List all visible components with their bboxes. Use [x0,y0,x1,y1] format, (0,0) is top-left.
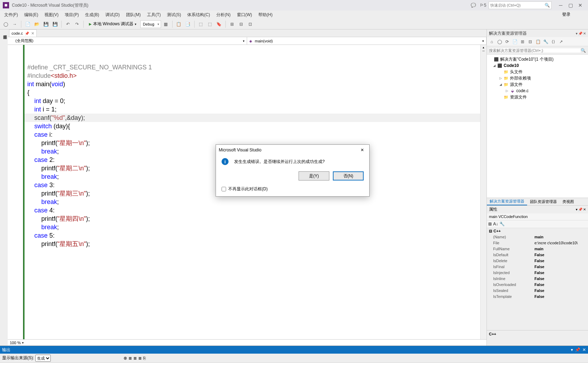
property-row[interactable]: IsTemplateFalse [487,294,588,300]
property-row[interactable]: IsFinalFalse [487,264,588,270]
properties-icon[interactable]: 🔧 [542,38,549,45]
menu-view[interactable]: 视图(V) [42,11,61,19]
menu-analyze[interactable]: 分析(N) [214,11,233,19]
tb-icon[interactable]: ↗ [558,38,565,45]
dialog-close-button[interactable]: ✕ [358,146,366,154]
output-icon[interactable]: ≣ [128,356,132,361]
back-icon[interactable]: ◯ [496,38,503,45]
output-text[interactable]: 1>―――― 已启动生成: 项目: Code10, 配置: Debug Win3… [0,363,588,368]
login-link[interactable]: 登录 [562,12,570,18]
config-combo[interactable]: Debug [140,20,161,28]
tb-icon[interactable]: 📄 [511,38,518,45]
output-icon[interactable]: ≣ [133,356,137,361]
menu-test[interactable]: 测试(S) [164,11,184,19]
properties-object[interactable]: main VCCodeFunction [487,213,588,220]
output-icon[interactable]: ⎘ [143,356,146,361]
property-row[interactable]: IsOverloadedFalse [487,282,588,288]
properties-grid[interactable]: ⊟C++ (Name)mainFilee:\ncre c\code10\code… [487,228,588,330]
feedback-icon[interactable]: 💬 [469,1,477,9]
pin-icon[interactable]: 📌 [25,32,29,35]
solution-node[interactable]: ⬛解决方案"Code10"(1 个项目) [488,56,587,62]
vertical-scrollbar[interactable]: ▴─ [480,45,486,339]
output-icon[interactable]: ⊗ [124,356,127,361]
server-explorer-tab[interactable]: 服务器资源管理器 [2,32,8,346]
tb-icon-4[interactable]: ⬚ [197,20,205,28]
menu-help[interactable]: 帮助(H) [255,11,275,19]
sources-node[interactable]: ◢📁源文件 [488,81,587,88]
tb-icon-2[interactable]: 📋 [175,20,183,28]
tb-icon[interactable]: ⊟ [527,38,534,45]
property-row[interactable]: IsDeleteFalse [487,258,588,264]
close-icon[interactable]: ✕ [582,347,586,352]
function-combo[interactable]: ◈main(void) [247,37,486,45]
new-project-icon[interactable]: 📄 [23,20,32,28]
tab-team-explorer[interactable]: 团队资源管理器 [527,198,560,205]
notifications-icon[interactable]: 🏳 5 [479,1,487,9]
quick-launch-input[interactable] [490,3,545,7]
menu-project[interactable]: 项目(P) [62,11,82,19]
output-icon[interactable]: ≣ [138,356,142,361]
undo-icon[interactable]: ↶ [64,20,72,28]
pin-icon[interactable]: 📌 [575,347,580,352]
sync-icon[interactable]: ⟳ [504,38,511,45]
no-button[interactable]: 否(N) [333,171,364,180]
external-node[interactable]: ▷📁外部依赖项 [488,75,587,81]
dont-show-checkbox[interactable] [222,187,226,191]
save-icon[interactable]: 💾 [42,20,50,28]
property-row[interactable]: IsInjectedFalse [487,270,588,276]
menu-tools[interactable]: 工具(T) [144,11,163,19]
tb-icon[interactable]: 📋 [534,38,541,45]
categorize-icon[interactable]: ⊞ [488,222,492,226]
tb-icon-8[interactable]: ⊡ [246,20,254,28]
document-tab[interactable]: code.c 📌 ✕ [9,29,37,37]
open-icon[interactable]: 📂 [33,20,41,28]
tb-icon-7[interactable]: ⊟ [237,20,245,28]
minimize-button[interactable]: ─ [556,1,566,9]
close-tab-icon[interactable]: ✕ [31,31,34,36]
menu-file[interactable]: 文件(F) [1,11,21,19]
tb-icon-5[interactable]: ⬚ [206,20,214,28]
menu-build[interactable]: 生成(B) [82,11,102,19]
dropdown-icon[interactable]: ▾ [576,32,578,35]
bookmark-icon[interactable]: 🔖 [215,20,223,28]
sort-icon[interactable]: A↓ [493,222,498,226]
property-row[interactable]: Filee:\ncre c\code10\code10\ [487,240,588,246]
nav-back-icon[interactable]: ◯ [1,20,10,28]
tb-icon[interactable]: ⟨⟩ [550,38,557,45]
pin-icon[interactable]: 📌 [578,32,582,35]
resources-node[interactable]: 📁资源文件 [488,94,587,100]
output-source-combo[interactable]: 生成 [35,355,51,362]
menu-debug[interactable]: 调试(D) [103,11,122,19]
nav-fwd-icon[interactable]: → [10,20,19,28]
dropdown-icon[interactable]: ▾ [571,347,573,352]
tb-icon-1[interactable]: ▦ [162,20,170,28]
zoom-level[interactable]: 100 % [10,341,21,345]
tb-icon[interactable]: ⊞ [519,38,526,45]
property-row[interactable]: (Name)main [487,234,588,240]
tab-solution-explorer[interactable]: 解决方案资源管理器 [487,198,527,205]
tb-icon-6[interactable]: ⊞ [228,20,236,28]
property-row[interactable]: IsDefaultFalse [487,252,588,258]
menu-architecture[interactable]: 体系结构(C) [184,11,213,19]
home-icon[interactable]: ⌂ [488,38,495,45]
property-row[interactable]: IsInlineFalse [487,276,588,282]
tb-icon-3[interactable]: 📑 [184,20,192,28]
source-file-node[interactable]: ▷⬙code.c [488,88,587,94]
menu-window[interactable]: 窗口(W) [234,11,255,19]
menu-team[interactable]: 团队(M) [123,11,144,19]
headers-node[interactable]: 📁头文件 [488,69,587,75]
property-row[interactable]: IsSealedFalse [487,288,588,294]
close-icon[interactable]: ✕ [583,32,586,35]
tab-class-view[interactable]: 类视图 [560,198,577,205]
redo-icon[interactable]: ↷ [73,20,81,28]
solution-tree[interactable]: ⬛解决方案"Code10"(1 个项目) ◢⬛Code10 📁头文件 ▷📁外部依… [487,55,588,198]
scope-combo[interactable]: (全局范围) [8,37,247,45]
props-icon[interactable]: 🔧 [499,222,505,226]
close-button[interactable]: ✕ [575,1,585,9]
property-row[interactable]: FullNamemain [487,246,588,252]
menu-edit[interactable]: 编辑(E) [21,11,41,19]
save-all-icon[interactable]: 💾 [51,20,59,28]
solution-search[interactable]: 🔍 [487,46,588,55]
solution-search-input[interactable] [489,48,581,53]
quick-launch-box[interactable]: 🔍 [489,1,552,9]
